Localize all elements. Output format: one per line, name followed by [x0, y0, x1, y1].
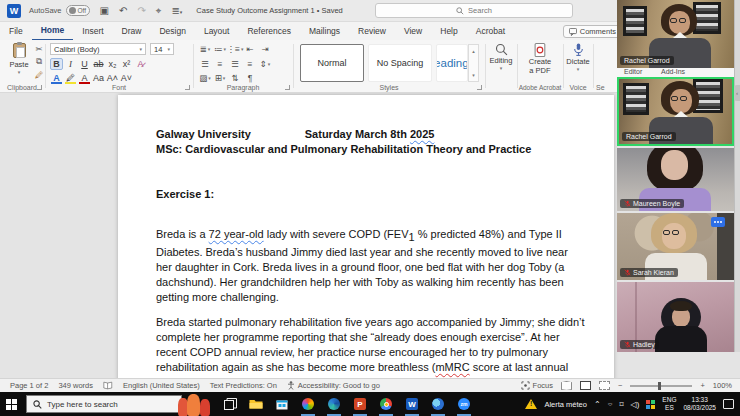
zoom-slider-thumb[interactable] — [658, 382, 661, 390]
hidden-icons-chevron[interactable]: ⌃ — [594, 400, 601, 409]
superscript-button[interactable]: x² — [120, 58, 133, 70]
subscript-button[interactable]: x₂ — [106, 58, 119, 70]
ribbon-tab-draw[interactable]: Draw — [113, 23, 151, 40]
video-tile-rachel-2-active[interactable]: Rachel Garrod — [617, 77, 734, 146]
editing-button[interactable]: Editing ▾ — [486, 43, 516, 71]
show-paragraph-marks-button[interactable]: ¶ — [243, 72, 257, 83]
notification-center-icon[interactable] — [723, 399, 734, 409]
page-indicator[interactable]: Page 1 of 2 — [10, 381, 48, 390]
camera-icon[interactable]: ⌑ — [619, 400, 623, 409]
zoom-icon[interactable]: zm — [456, 395, 472, 413]
word-icon[interactable]: W — [404, 395, 420, 413]
comments-button[interactable]: Comments — [563, 25, 622, 38]
multilevel-list-button[interactable]: ⋮≡▾ — [228, 43, 242, 54]
style-normal[interactable]: Normal — [300, 44, 364, 82]
share-indicator-icon[interactable] — [646, 400, 655, 409]
text-effects-button[interactable]: A — [50, 72, 63, 84]
undo-icon[interactable]: ↶ — [119, 5, 127, 16]
create-pdf-button[interactable]: Create a PDF — [518, 43, 562, 75]
task-view-icon[interactable] — [222, 395, 238, 413]
styles-gallery-arrows[interactable]: ▴▾ — [468, 44, 479, 82]
align-right-button[interactable]: ☰ — [228, 58, 242, 69]
weather-alert-label[interactable]: Alerta méteo — [544, 400, 587, 409]
ribbon-tab-view[interactable]: View — [395, 23, 431, 40]
proofing-icon[interactable] — [103, 381, 113, 390]
edge-icon[interactable] — [326, 395, 342, 413]
print-layout-icon[interactable] — [580, 381, 591, 390]
font-name-select[interactable]: Calibri (Body)▾ — [50, 43, 146, 55]
video-tile-hadley[interactable]: Hadley — [617, 282, 734, 352]
increase-indent-button[interactable]: ⇥ — [258, 43, 272, 54]
styles-dialog-launcher[interactable] — [477, 85, 482, 90]
document-title[interactable]: Case Study Outcome Assignment 1 • Saved — [196, 6, 342, 15]
redo-icon[interactable]: ↷ — [137, 5, 145, 16]
text-predictions[interactable]: Text Predictions: On — [210, 381, 277, 390]
powerpoint-icon[interactable]: P — [352, 395, 368, 413]
align-center-button[interactable]: ≡ — [213, 58, 227, 69]
ribbon-tab-help[interactable]: Help — [431, 23, 466, 40]
ribbon-tab-home[interactable]: Home — [32, 22, 74, 41]
change-case-button[interactable]: Aa — [92, 72, 105, 84]
ribbon-tab-layout[interactable]: Layout — [195, 23, 239, 40]
network-icon[interactable]: ⌔ — [608, 399, 613, 409]
sort-button[interactable]: ⇅ — [228, 72, 242, 83]
file-explorer-icon[interactable] — [248, 395, 264, 413]
search-box[interactable]: Search — [375, 3, 573, 18]
ribbon-tab-references[interactable]: References — [238, 23, 299, 40]
clear-formatting-button[interactable]: A̷ — [134, 58, 147, 70]
bullets-button[interactable]: ≣▾ — [198, 43, 212, 54]
paste-button[interactable]: Paste ▾ — [8, 43, 30, 75]
bullets-qat-icon[interactable]: ≣▾ — [171, 5, 182, 16]
decrease-indent-button[interactable]: ⇤ — [243, 43, 257, 54]
word-count[interactable]: 349 words — [58, 381, 93, 390]
participant-menu-badge[interactable] — [711, 217, 725, 227]
highlight-button[interactable]: 🖉 — [64, 72, 77, 84]
zoom-out-button[interactable]: − — [618, 381, 622, 390]
weather-alert-icon[interactable] — [525, 399, 537, 409]
grow-font-button[interactable]: A˄ — [106, 72, 119, 84]
editor-button-label[interactable]: Editor — [624, 68, 642, 75]
numbering-button[interactable]: ≔▾ — [213, 43, 227, 54]
align-left-button[interactable]: ☰ — [198, 58, 212, 69]
taskbar-search-box[interactable]: Type here to search — [26, 395, 182, 413]
volume-icon[interactable]: ◁) — [631, 400, 640, 409]
font-size-select[interactable]: 14▾ — [150, 43, 174, 55]
copilot-icon[interactable] — [300, 395, 316, 413]
style-heading1[interactable]: Heading 1 — [436, 57, 468, 69]
bold-button[interactable]: B — [50, 58, 63, 70]
web-layout-icon[interactable] — [599, 381, 610, 390]
copy-icon[interactable]: ⧉ — [32, 56, 46, 67]
addins-button-label[interactable]: Add-Ins — [661, 68, 685, 75]
underline-button[interactable]: U — [78, 58, 91, 70]
italic-button[interactable]: I — [64, 58, 77, 70]
dictate-button[interactable]: Dictate ▾ — [564, 43, 592, 72]
autosave-toggle[interactable]: Off — [66, 5, 90, 16]
ribbon-tab-design[interactable]: Design — [150, 23, 194, 40]
teams-icon[interactable] — [430, 395, 446, 413]
save-icon[interactable]: ▣ — [100, 5, 109, 16]
borders-button[interactable]: ⊞▾ — [213, 72, 227, 83]
ribbon-tab-insert[interactable]: Insert — [73, 23, 112, 40]
ribbon-tab-file[interactable]: File — [0, 23, 32, 40]
document-page[interactable]: Galway UniversitySaturday March 8th 2025… — [118, 95, 614, 378]
zoom-in-button[interactable]: + — [700, 381, 704, 390]
language-indicator[interactable]: English (United States) — [123, 381, 200, 390]
font-color-button[interactable]: A — [78, 72, 91, 84]
touch-mode-icon[interactable]: ⌖ — [156, 5, 162, 17]
chrome-icon[interactable] — [378, 395, 394, 413]
ribbon-tab-review[interactable]: Review — [349, 23, 395, 40]
ribbon-tab-mailings[interactable]: Mailings — [300, 23, 349, 40]
zoom-level[interactable]: 100% — [713, 381, 732, 390]
line-spacing-button[interactable]: ⇕▾ — [258, 58, 272, 69]
style-no-spacing[interactable]: No Spacing — [368, 44, 432, 82]
accessibility-status[interactable]: Accessibility: Good to go — [287, 381, 380, 390]
microsoft-store-icon[interactable] — [274, 395, 290, 413]
paragraph-dialog-launcher[interactable] — [285, 85, 290, 90]
start-button[interactable] — [0, 392, 22, 416]
video-tile-rachel-1[interactable]: Rachel Garrod — [617, 0, 734, 68]
shrink-font-button[interactable]: A˅ — [120, 72, 133, 84]
focus-button[interactable]: Focus — [521, 381, 553, 390]
cut-icon[interactable]: ✂ — [32, 43, 46, 54]
clock[interactable]: 13:3308/03/2025 — [683, 396, 716, 412]
video-tile-maureen[interactable]: Maureen Boyle — [617, 148, 734, 211]
